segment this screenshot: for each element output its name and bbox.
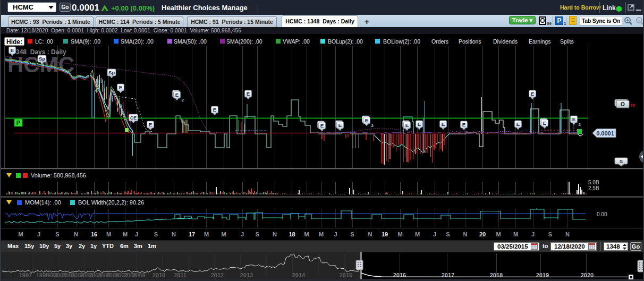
svg-text:MOM(14): .00: MOM(14): .00 (25, 199, 61, 206)
svg-text:2: 2 (182, 98, 184, 103)
svg-text:E: E (531, 91, 534, 97)
svg-text:0.0001: 0.0001 (596, 130, 614, 137)
svg-text:N: N (172, 231, 176, 237)
svg-text:S: S (350, 231, 354, 237)
svg-text:S: S (548, 231, 552, 237)
svg-text:2011: 2011 (174, 272, 187, 278)
svg-text:N: N (273, 231, 277, 237)
svg-text:J: J (334, 231, 337, 237)
svg-text:Sp: Sp (108, 70, 115, 75)
svg-text:2017: 2017 (442, 272, 454, 278)
svg-text:E: E (572, 116, 575, 122)
svg-text:E: E (405, 122, 409, 128)
svg-text:M: M (513, 231, 518, 237)
svg-text:17: 17 (189, 231, 195, 237)
svg-text:J: J (531, 231, 535, 237)
svg-text:2018: 2018 (490, 272, 503, 278)
svg-text:5.0B: 5.0B (588, 180, 599, 185)
svg-text:J: J (241, 231, 244, 237)
svg-text:348 Days : Daily: 348 Days : Daily (16, 48, 66, 56)
svg-text:2016: 2016 (393, 272, 406, 278)
svg-text:2012: 2012 (211, 272, 224, 278)
svg-text:J: J (37, 231, 40, 237)
svg-text:N: N (74, 231, 78, 237)
svg-text:Volume: 580,968,456: Volume: 580,968,456 (31, 172, 86, 178)
svg-text:2015: 2015 (340, 272, 352, 278)
svg-text:O: O (621, 101, 625, 107)
svg-text:P: P (16, 120, 20, 126)
svg-text:2: 2 (371, 123, 374, 128)
svg-text:J: J (135, 231, 138, 237)
svg-text:16: 16 (91, 231, 97, 237)
svg-text:2013: 2013 (240, 272, 253, 278)
svg-text:E: E (320, 123, 324, 129)
svg-text:2014: 2014 (292, 272, 306, 278)
svg-text:M: M (221, 231, 226, 237)
svg-text:2020: 2020 (581, 272, 594, 278)
svg-text:E: E (516, 121, 520, 127)
svg-text:N: N (463, 231, 468, 237)
svg-text:E: E (543, 120, 546, 126)
svg-text:2: 2 (579, 122, 581, 127)
svg-text:M: M (304, 231, 309, 237)
svg-text:1997: 1997 (19, 272, 32, 278)
svg-text:70: 70 (630, 103, 635, 108)
svg-text:M: M (415, 231, 420, 237)
svg-text:E: E (365, 117, 368, 123)
svg-text:Sp: Sp (39, 56, 45, 62)
svg-text:E: E (247, 91, 250, 97)
svg-text:E: E (418, 121, 421, 127)
svg-text:M: M (319, 231, 324, 237)
svg-text:N: N (565, 231, 570, 237)
svg-text:E: E (175, 92, 179, 98)
svg-text:2009: 2009 (132, 272, 145, 278)
svg-text:N: N (368, 231, 372, 237)
svg-text:S: S (256, 231, 259, 237)
svg-text:M: M (397, 231, 402, 237)
svg-text:E: E (119, 84, 122, 90)
svg-text:2010: 2010 (152, 272, 165, 278)
svg-text:E: E (442, 121, 445, 127)
svg-text:BOL Width(20,2,2): 90.26: BOL Width(20,2,2): 90.26 (78, 199, 144, 206)
svg-text:J: J (433, 231, 436, 237)
svg-text:20: 20 (479, 231, 486, 237)
svg-text:2.5B: 2.5B (588, 185, 599, 191)
svg-text:19: 19 (382, 231, 388, 237)
svg-text:E: E (462, 122, 465, 127)
svg-text:M: M (123, 231, 128, 237)
svg-text:E: E (338, 122, 342, 128)
svg-text:CE: CE (130, 115, 137, 121)
svg-text:E: E (149, 122, 152, 127)
svg-text:M: M (106, 231, 111, 237)
svg-text:2019: 2019 (536, 272, 549, 278)
svg-text:E: E (213, 107, 216, 113)
svg-text:M: M (204, 231, 209, 237)
svg-text:M: M (18, 231, 23, 237)
svg-text:0.00: 0.00 (597, 211, 607, 217)
svg-text:S: S (620, 159, 623, 164)
svg-text:S: S (55, 231, 59, 237)
svg-text:M: M (496, 231, 501, 237)
svg-text:S: S (154, 231, 158, 237)
svg-text:E: E (11, 47, 14, 53)
svg-text:S: S (446, 231, 450, 237)
svg-text:18: 18 (289, 231, 295, 237)
